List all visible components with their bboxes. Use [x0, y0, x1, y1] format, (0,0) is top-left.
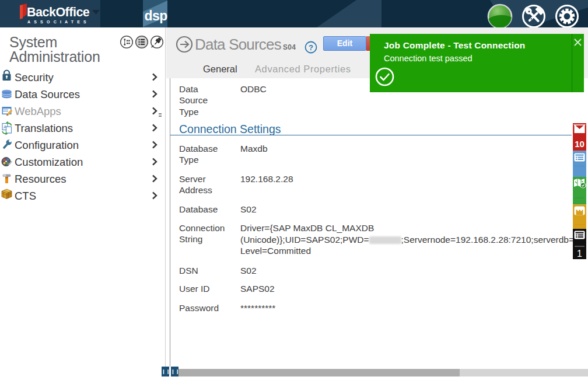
svg-text:CTS: CTS	[15, 190, 36, 202]
svg-text:dsp: dsp	[145, 8, 168, 23]
svg-text:WebApps: WebApps	[15, 105, 61, 117]
svg-text:10: 10	[575, 139, 584, 149]
svg-text:Translations: Translations	[15, 122, 73, 134]
svg-text:ASSOCIATES: ASSOCIATES	[27, 20, 90, 24]
svg-text:1: 1	[577, 249, 582, 259]
svg-text:Resources: Resources	[15, 173, 66, 185]
svg-text:BackOffice: BackOffice	[27, 5, 90, 19]
svg-text:Data Sources: Data Sources	[15, 88, 80, 100]
svg-text:?: ?	[309, 43, 313, 52]
svg-text:Security: Security	[15, 71, 54, 83]
svg-text:Customization: Customization	[15, 156, 83, 168]
svg-text:Configuration: Configuration	[15, 139, 79, 151]
